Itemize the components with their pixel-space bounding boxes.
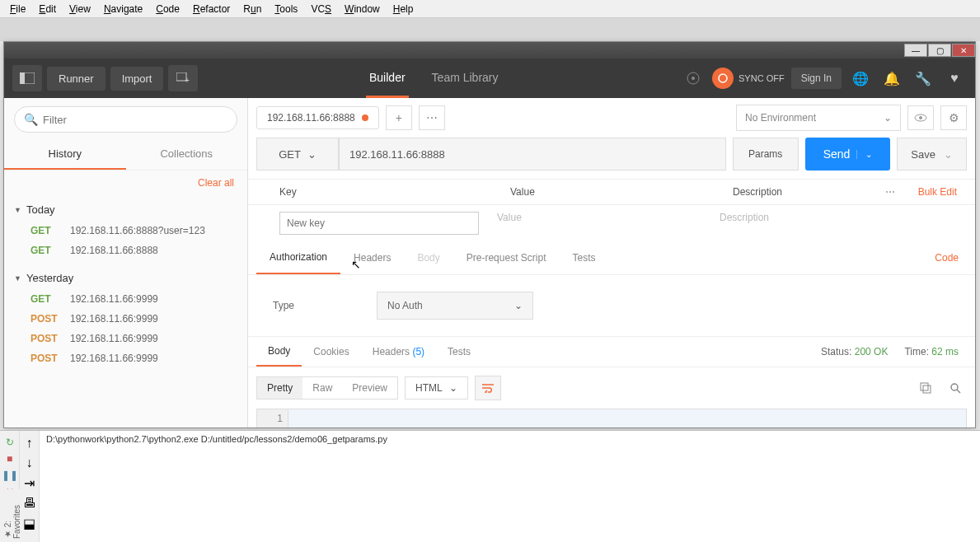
param-key-input[interactable] [279, 212, 479, 235]
history-group-today[interactable]: ▼Today [14, 199, 237, 221]
ide-console: ↻ ■ ❚❚ ✕ » ↑ ↓ ⇥ 🖶 ⬓ D:\pythonwork\pytho… [0, 430, 980, 542]
heart-icon[interactable]: ♥ [942, 66, 967, 91]
param-desc-placeholder[interactable]: Description [710, 205, 967, 241]
chevron-down-icon: ⌄ [856, 150, 872, 159]
tab-authorization[interactable]: Authorization [256, 241, 340, 274]
tab-options-button[interactable]: ⋯ [419, 105, 445, 130]
wrap-lines-button[interactable] [475, 376, 501, 400]
sync-status[interactable]: SYNC OFF [712, 68, 785, 89]
add-tab-button[interactable]: + [386, 105, 412, 130]
sync-icon [712, 68, 734, 89]
tab-body[interactable]: Body [404, 242, 452, 273]
line-number: 1 [257, 409, 288, 428]
params-button[interactable]: Params [733, 138, 799, 171]
postman-header: Runner Import + Builder Team Library SYN… [4, 58, 975, 98]
menu-view[interactable]: View [63, 2, 97, 16]
sidebar-tab-collections[interactable]: Collections [126, 139, 248, 170]
rerun-icon[interactable]: ↻ [3, 436, 16, 449]
search-response-button[interactable] [944, 376, 967, 399]
svg-rect-8 [921, 383, 928, 390]
auth-type-select[interactable]: No Auth ⌄ [377, 292, 533, 320]
window-close-button[interactable]: ✕ [952, 44, 975, 57]
resp-tab-tests[interactable]: Tests [436, 338, 482, 366]
history-item[interactable]: GET192.168.11.66:8888?user=123 [14, 221, 237, 241]
svg-text:+: + [185, 76, 190, 84]
filter-input[interactable] [14, 106, 237, 133]
pause-icon[interactable]: ❚❚ [3, 469, 16, 482]
history-item[interactable]: POST192.168.11.66:9999 [14, 329, 237, 348]
history-item[interactable]: POST192.168.11.66:9999 [14, 348, 237, 368]
menu-vcs[interactable]: VCS [304, 2, 338, 16]
tab-team-library[interactable]: Team Library [429, 59, 502, 98]
history-group-yesterday[interactable]: ▼Yesterday [14, 267, 237, 289]
signin-button[interactable]: Sign In [791, 68, 842, 89]
down-icon[interactable]: ↓ [26, 456, 33, 470]
resp-tab-body[interactable]: Body [256, 337, 302, 367]
menu-tools[interactable]: Tools [268, 2, 304, 16]
method-select[interactable]: GET ⌄ [256, 138, 339, 171]
history-item[interactable]: GET192.168.11.66:8888 [14, 241, 237, 260]
stop-icon[interactable]: ■ [3, 452, 16, 465]
tab-headers[interactable]: Headers [340, 242, 404, 273]
favorites-tool-window[interactable]: ★ 2: Favorites [2, 489, 23, 542]
menu-help[interactable]: Help [387, 2, 420, 16]
sidebar-tab-history[interactable]: History [4, 139, 126, 170]
env-preview-button[interactable] [907, 105, 934, 130]
bell-icon[interactable]: 🔔 [879, 66, 904, 91]
response-body[interactable]: 1 [256, 409, 967, 428]
wrap-icon[interactable]: ⇥ [24, 475, 35, 491]
menu-file[interactable]: File [3, 2, 32, 16]
menu-window[interactable]: Window [338, 2, 387, 16]
scroll-icon[interactable]: ⬓ [23, 516, 35, 531]
globe-icon[interactable]: 🌐 [848, 66, 873, 91]
clear-all-button[interactable]: Clear all [4, 171, 247, 195]
tab-tests[interactable]: Tests [559, 242, 608, 273]
chevron-down-icon: ⌄ [307, 148, 317, 161]
menu-code[interactable]: Code [149, 2, 186, 16]
menu-run[interactable]: Run [237, 2, 268, 16]
search-icon: 🔍 [24, 113, 38, 126]
url-input[interactable] [340, 138, 725, 170]
copy-button[interactable] [914, 376, 937, 399]
svg-line-11 [957, 390, 960, 393]
resp-tab-cookies[interactable]: Cookies [302, 338, 360, 366]
view-preview[interactable]: Preview [342, 377, 397, 399]
window-minimize-button[interactable]: — [904, 44, 927, 57]
new-tab-button[interactable]: + [168, 65, 198, 91]
resp-tab-headers[interactable]: Headers (5) [361, 338, 436, 366]
capture-icon[interactable] [681, 66, 706, 91]
view-pretty[interactable]: Pretty [257, 377, 302, 399]
save-button[interactable]: Save ⌄ [897, 138, 967, 171]
svg-point-7 [919, 116, 922, 119]
code-link[interactable]: Code [926, 252, 967, 264]
history-item[interactable]: POST192.168.11.66:9999 [14, 309, 237, 329]
menu-navigate[interactable]: Navigate [97, 2, 149, 16]
param-value-placeholder[interactable]: Value [487, 205, 710, 241]
bulk-edit-button[interactable]: Bulk Edit [908, 180, 967, 204]
console-output[interactable]: D:\pythonwork\python2.7\python2.exe D:/u… [40, 431, 980, 542]
window-maximize-button[interactable]: ▢ [928, 44, 951, 57]
wrench-icon[interactable]: 🔧 [911, 66, 935, 91]
columns-options[interactable]: ⋯ [862, 180, 908, 204]
history-item[interactable]: GET192.168.11.66:9999 [14, 289, 237, 309]
chevron-down-icon: ▼ [14, 274, 21, 283]
menu-refactor[interactable]: Refactor [186, 2, 237, 16]
toggle-sidebar-button[interactable] [12, 65, 42, 91]
format-select[interactable]: HTML ⌄ [405, 376, 468, 399]
auth-section: Type No Auth ⌄ [248, 275, 975, 337]
tab-builder[interactable]: Builder [366, 59, 409, 98]
print-icon[interactable]: 🖶 [23, 496, 36, 511]
import-button[interactable]: Import [110, 67, 164, 91]
send-button[interactable]: Send ⌄ [805, 138, 891, 171]
runner-button[interactable]: Runner [47, 67, 106, 91]
up-icon[interactable]: ↑ [26, 436, 33, 451]
settings-button[interactable]: ⚙ [940, 105, 967, 130]
request-tab[interactable]: 192.168.11.66:8888 [256, 106, 379, 129]
menu-edit[interactable]: Edit [32, 2, 63, 16]
view-raw[interactable]: Raw [302, 377, 342, 399]
postman-window: — ▢ ✕ Runner Import + Builder Team Libra… [3, 41, 976, 428]
environment-select[interactable]: No Environment ⌄ [736, 105, 901, 131]
tab-prerequest[interactable]: Pre-request Script [453, 242, 560, 273]
chevron-down-icon: ⌄ [944, 148, 953, 161]
params-grid-row: Value Description [248, 204, 975, 241]
